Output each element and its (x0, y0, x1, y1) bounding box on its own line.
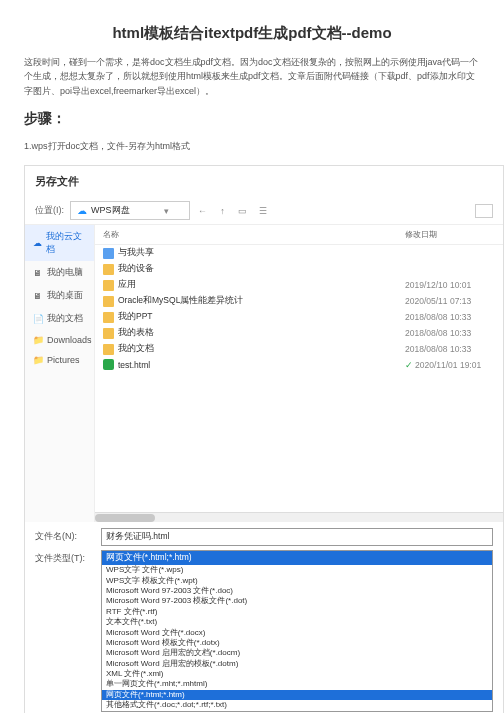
sidebar-item[interactable]: 📄我的文档 (25, 307, 94, 330)
file-icon (103, 280, 114, 291)
cloud-icon: ☁ (77, 205, 87, 216)
up-button[interactable]: ↑ (216, 204, 230, 218)
filetype-option[interactable]: Microsoft Word 文件(*.docx) (102, 628, 492, 638)
file-row[interactable]: 我的PPT2018/08/08 10:33 (95, 309, 503, 325)
filetype-option[interactable]: Microsoft Word 97-2003 模板文件(*.dot) (102, 596, 492, 606)
col-date[interactable]: 修改日期 (405, 229, 495, 240)
sidebar-icon: 📁 (33, 355, 43, 365)
filetype-option[interactable]: Microsoft Word 启用宏的文档(*.docm) (102, 648, 492, 658)
sidebar-item[interactable]: 🖥我的电脑 (25, 261, 94, 284)
filetype-option[interactable]: XML 文件(*.xml) (102, 669, 492, 679)
location-label: 位置(I): (35, 204, 64, 217)
intro-text: 这段时间，碰到一个需求，是将doc文档生成pdf文档。因为doc文档还很复杂的，… (0, 55, 504, 98)
filetype-option[interactable]: RTF 文件(*.rtf) (102, 607, 492, 617)
filetype-selected: 网页文件(*.html;*.htm) (102, 551, 492, 565)
file-icon (103, 312, 114, 323)
sidebar-icon: 🖥 (33, 291, 43, 301)
file-icon (103, 328, 114, 339)
scrollbar-thumb[interactable] (95, 514, 155, 522)
filetype-option[interactable]: WPS文字 文件(*.wps) (102, 565, 492, 575)
sidebar-icon: 🖥 (33, 268, 43, 278)
file-list: 名称 修改日期 与我共享我的设备应用2019/12/10 10:01Oracle… (95, 225, 503, 522)
new-folder-button[interactable]: ▭ (236, 204, 250, 218)
file-icon (103, 248, 114, 259)
file-row[interactable]: 与我共享 (95, 245, 503, 261)
check-icon: ✓ (405, 360, 413, 370)
file-row[interactable]: 应用2019/12/10 10:01 (95, 277, 503, 293)
file-row[interactable]: test.html✓2020/11/01 19:01 (95, 357, 503, 372)
col-name[interactable]: 名称 (103, 229, 405, 240)
filetype-option[interactable]: 其他格式文件(*.doc;*.dot;*.rtf;*.txt) (102, 700, 492, 710)
filetype-option[interactable]: WPS文字 模板文件(*.wpt) (102, 576, 492, 586)
filetype-dropdown[interactable]: 网页文件(*.html;*.htm) WPS文字 文件(*.wps)WPS文字 … (101, 550, 493, 711)
step-1: 1.wps打开doc文档，文件-另存为html格式 (0, 136, 504, 157)
filetype-label: 文件类型(T): (35, 550, 95, 565)
filetype-option[interactable]: 网页文件(*.html;*.htm) (102, 690, 492, 700)
sidebar-item[interactable]: 🖥我的桌面 (25, 284, 94, 307)
file-icon (103, 296, 114, 307)
file-row[interactable]: 我的设备 (95, 261, 503, 277)
location-value: WPS网盘 (91, 204, 130, 217)
view-button[interactable]: ☰ (256, 204, 270, 218)
sidebar-icon: 📄 (33, 314, 43, 324)
filetype-option[interactable]: Microsoft Word 模板文件(*.dotx) (102, 638, 492, 648)
save-dialog: 另存文件 位置(I): ☁ WPS网盘 ▾ ← ↑ ▭ ☰ ☁我的云文档🖥我的电… (24, 165, 504, 713)
sidebar-item[interactable]: 📁Pictures (25, 350, 94, 370)
filetype-option[interactable]: 单一网页文件(*.mht;*.mhtml) (102, 679, 492, 689)
filename-label: 文件名(N): (35, 528, 95, 543)
chevron-down-icon: ▾ (164, 206, 169, 216)
sidebar-icon: 📁 (33, 335, 43, 345)
file-header: 名称 修改日期 (95, 225, 503, 245)
horizontal-scrollbar[interactable] (95, 512, 503, 522)
dialog-title: 另存文件 (25, 166, 503, 197)
location-dropdown[interactable]: ☁ WPS网盘 ▾ (70, 201, 190, 220)
filetype-option[interactable]: Microsoft Word 启用宏的模板(*.dotm) (102, 659, 492, 669)
file-row[interactable]: 我的文档2018/08/08 10:33 (95, 341, 503, 357)
steps-heading: 步骤： (0, 98, 504, 136)
filename-input[interactable]: 财务凭证吗.html (101, 528, 493, 546)
file-icon (103, 344, 114, 355)
dialog-body: ☁我的云文档🖥我的电脑🖥我的桌面📄我的文档📁Downloads📁Pictures… (25, 224, 503, 522)
file-row[interactable]: 我的表格2018/08/08 10:33 (95, 325, 503, 341)
filetype-option[interactable]: 文本文件(*.txt) (102, 617, 492, 627)
filetype-option[interactable]: Microsoft Word 97-2003 文件(*.doc) (102, 586, 492, 596)
sidebar-item[interactable]: ☁我的云文档 (25, 225, 94, 261)
sidebar-icon: ☁ (33, 238, 42, 248)
file-icon (103, 359, 114, 370)
sidebar-item[interactable]: 📁Downloads (25, 330, 94, 350)
search-input[interactable] (475, 204, 493, 218)
back-button[interactable]: ← (196, 204, 210, 218)
file-icon (103, 264, 114, 275)
page-title: html模板结合itextpdf生成pdf文档--demo (0, 0, 504, 55)
dialog-footer: 文件名(N): 财务凭证吗.html 文件类型(T): 网页文件(*.html;… (25, 522, 503, 713)
dialog-toolbar: 位置(I): ☁ WPS网盘 ▾ ← ↑ ▭ ☰ (25, 197, 503, 224)
sidebar: ☁我的云文档🖥我的电脑🖥我的桌面📄我的文档📁Downloads📁Pictures (25, 225, 95, 522)
file-row[interactable]: Oracle和MySQL属性能差异统计2020/05/11 07:13 (95, 293, 503, 309)
